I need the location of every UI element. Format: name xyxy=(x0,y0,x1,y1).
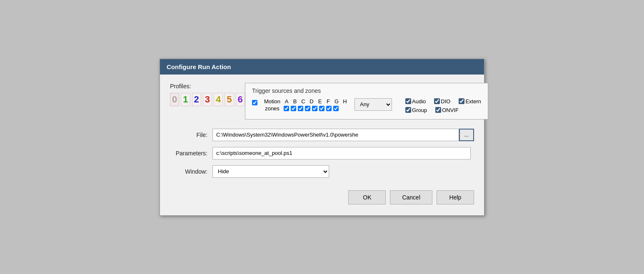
zone-b-letter: B xyxy=(292,98,298,105)
zone-g-letter: G xyxy=(334,98,339,105)
right-checks: Audio DIO Extern xyxy=(405,98,481,113)
dialog-title-bar: Configure Run Action xyxy=(160,59,484,75)
main-motion-checkbox[interactable] xyxy=(252,100,257,105)
window-dropdown[interactable]: Hide Normal Minimized Maximized xyxy=(212,165,329,178)
dio-checkbox-label: DIO xyxy=(434,98,450,105)
file-input[interactable] xyxy=(212,129,459,141)
profile-5[interactable]: 5 xyxy=(225,93,234,106)
group-checkbox-label: Group xyxy=(405,107,427,113)
motion-label-top: Motion xyxy=(264,98,280,105)
profile-6[interactable]: 6 xyxy=(236,93,245,106)
profile-4[interactable]: 4 xyxy=(214,93,223,106)
configure-run-action-dialog: Configure Run Action Profiles: 0 1 2 3 4… xyxy=(160,59,484,216)
zone-b-checkbox[interactable] xyxy=(291,106,296,111)
ok-button[interactable]: OK xyxy=(348,190,386,204)
dio-label: DIO xyxy=(441,98,450,105)
motion-label-bottom: zones xyxy=(265,105,280,112)
motion-zone-block: Motion zones A B C D E F G xyxy=(264,98,348,112)
file-input-wrapper: ... xyxy=(212,129,474,141)
profiles-numbers: 0 1 2 3 4 5 6 7 xyxy=(170,93,237,106)
zone-a-letter: A xyxy=(284,98,290,105)
file-label: File: xyxy=(170,132,207,138)
profile-1[interactable]: 1 xyxy=(181,93,190,106)
zone-e-checkbox[interactable] xyxy=(312,106,317,111)
browse-button[interactable]: ... xyxy=(459,129,474,141)
zone-c-letter: C xyxy=(300,98,306,105)
dialog-title: Configure Run Action xyxy=(167,63,231,70)
profile-0[interactable]: 0 xyxy=(170,93,179,106)
button-row: OK Cancel Help xyxy=(170,190,474,207)
main-motion-checkbox-wrapper xyxy=(252,100,257,107)
audio-label: Audio xyxy=(412,98,426,105)
zone-h-checkbox[interactable] xyxy=(333,106,339,111)
trigger-content: Motion zones A B C D E F G xyxy=(252,98,481,113)
profiles-section: Profiles: 0 1 2 3 4 5 6 7 xyxy=(170,83,237,106)
onvif-checkbox[interactable] xyxy=(435,107,441,113)
zone-f-letter: F xyxy=(325,98,331,105)
extern-checkbox[interactable] xyxy=(459,98,464,104)
onvif-checkbox-label: ONVIF xyxy=(435,107,459,113)
group-label: Group xyxy=(412,107,427,113)
form-section: File: ... Parameters: Window: Hide Norma… xyxy=(170,129,474,178)
audio-checkbox-label: Audio xyxy=(405,98,426,105)
trigger-title: Trigger sources and zones xyxy=(252,87,481,94)
any-dropdown-wrapper: Any xyxy=(354,98,392,111)
zone-h-letter: H xyxy=(342,98,348,105)
extern-label: Extern xyxy=(465,98,481,105)
onvif-label: ONVIF xyxy=(442,107,459,113)
help-button[interactable]: Help xyxy=(437,190,474,204)
right-check-row-1: Audio DIO Extern xyxy=(405,98,481,105)
window-label: Window: xyxy=(170,168,207,175)
extern-checkbox-label: Extern xyxy=(459,98,481,105)
cancel-button[interactable]: Cancel xyxy=(390,190,432,204)
parameters-row: Parameters: xyxy=(170,147,474,159)
group-checkbox[interactable] xyxy=(405,107,411,113)
file-row: File: ... xyxy=(170,129,474,141)
zone-letter-row: A B C D E F G H xyxy=(284,98,348,105)
dialog-body: Profiles: 0 1 2 3 4 5 6 7 Trigger source… xyxy=(160,75,484,215)
right-check-row-2: Group ONVIF xyxy=(405,107,481,113)
profiles-label: Profiles: xyxy=(170,83,237,90)
zone-letters: A B C D E F G H xyxy=(284,98,348,111)
zone-d-letter: D xyxy=(309,98,315,105)
profile-2[interactable]: 2 xyxy=(192,93,201,106)
zone-e-letter: E xyxy=(317,98,323,105)
trigger-box: Trigger sources and zones Motion zones xyxy=(245,83,488,120)
window-row: Window: Hide Normal Minimized Maximized xyxy=(170,165,474,178)
top-section: Profiles: 0 1 2 3 4 5 6 7 Trigger source… xyxy=(170,83,474,120)
zone-a-checkbox[interactable] xyxy=(284,106,289,111)
motion-zone-labels: Motion zones xyxy=(264,98,280,112)
profile-3[interactable]: 3 xyxy=(203,93,212,106)
zone-g-checkbox[interactable] xyxy=(326,106,332,111)
parameters-label: Parameters: xyxy=(170,150,207,157)
any-dropdown[interactable]: Any xyxy=(354,98,392,111)
dio-checkbox[interactable] xyxy=(434,98,440,104)
zone-d-checkbox[interactable] xyxy=(305,106,310,111)
zone-checkboxes xyxy=(284,106,348,111)
zone-c-checkbox[interactable] xyxy=(298,106,303,111)
parameters-input[interactable] xyxy=(212,147,471,159)
audio-checkbox[interactable] xyxy=(405,98,411,104)
zone-f-checkbox[interactable] xyxy=(319,106,324,111)
